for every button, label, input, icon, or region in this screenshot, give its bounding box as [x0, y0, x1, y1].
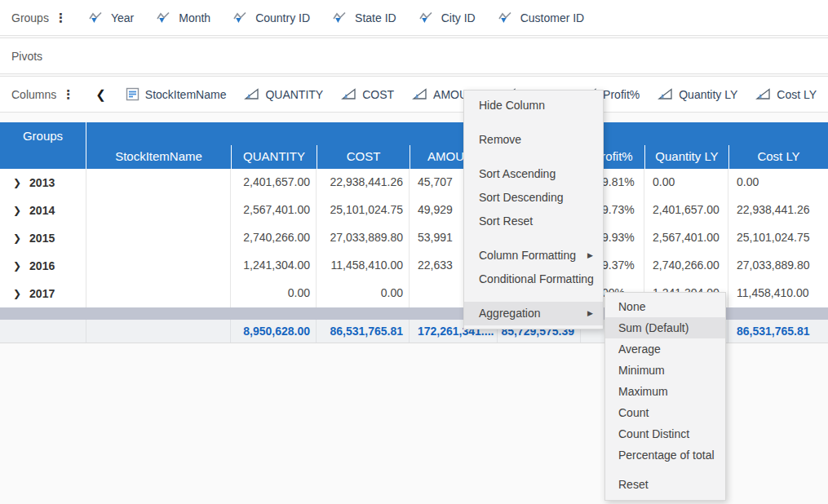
expand-row-icon[interactable]: ❯: [13, 288, 21, 299]
submenu-item-none[interactable]: None: [605, 296, 725, 317]
group-label[interactable]: 2014: [29, 204, 55, 217]
menu-group-gap: [464, 291, 603, 302]
expand-row-icon[interactable]: ❯: [13, 260, 21, 272]
cell-cost: 22,938,441.26: [317, 169, 410, 197]
submenu-item-minimum[interactable]: Minimum: [605, 360, 725, 381]
field-chip-month[interactable]: Month: [156, 11, 210, 24]
total-cost-ly: 86,531,765.81: [728, 320, 828, 343]
cell-quantity: 2,401,657.00: [231, 169, 317, 197]
header-cost[interactable]: COST: [317, 145, 410, 169]
columns-toolbar: Columns ⋮ ❮ StockItemName QUANTITY COST …: [0, 76, 828, 113]
group-field-icon: [88, 11, 105, 24]
menu-group-gap: [464, 233, 603, 244]
cell-cost: 27,033,889.80: [317, 224, 410, 252]
column-chip-stockitemname[interactable]: StockItemName: [126, 87, 227, 101]
total-cost: 86,531,765.81: [317, 320, 410, 343]
menu-item-conditional-formatting[interactable]: Conditional Formatting: [464, 267, 603, 291]
field-chip-city-id[interactable]: City ID: [418, 11, 476, 24]
cell-quantity: 2,567,401.00: [231, 197, 317, 224]
submenu-arrow-icon: ▶: [587, 302, 593, 325]
cell-cost-ly: 0.00: [728, 169, 828, 197]
column-chip-quantity[interactable]: QUANTITY: [244, 88, 323, 101]
text-field-icon: [126, 87, 139, 101]
cell-quantity-ly: 2,567,401.00: [644, 224, 728, 252]
cell-quantity-ly: 2,740,266.00: [644, 252, 728, 280]
cell-cost: 25,101,024.75: [317, 197, 410, 224]
menu-item-sort-ascending[interactable]: Sort Ascending: [464, 162, 603, 186]
menu-item-column-formatting[interactable]: Column Formatting▶: [464, 244, 603, 267]
field-chip-state-id[interactable]: State ID: [332, 11, 396, 24]
pivot-grid-app: Groups ⋮ Year Month Country ID State ID …: [0, 0, 828, 504]
submenu-item-count[interactable]: Count: [605, 402, 725, 423]
group-label[interactable]: 2017: [29, 287, 55, 300]
kebab-menu-icon[interactable]: ⋮: [62, 87, 74, 102]
header-quantity-ly[interactable]: Quantity LY: [644, 145, 728, 169]
kebab-menu-icon[interactable]: ⋮: [55, 11, 67, 25]
table-row: ❯2013 2,401,657.00 22,938,441.26 45,707 …: [0, 169, 828, 197]
column-header-row: StockItemName QUANTITY COST AMOUNT PROFI…: [86, 145, 828, 169]
menu-item-remove[interactable]: Remove: [464, 128, 603, 152]
submenu-group-gap: [605, 466, 725, 474]
group-label[interactable]: 2015: [29, 232, 55, 245]
cell-cost-ly: 22,938,441.26: [728, 197, 828, 224]
cell-stockitemname: [86, 169, 231, 197]
header-quantity[interactable]: QUANTITY: [231, 145, 317, 169]
cell-quantity: 2,740,266.00: [231, 224, 317, 252]
menu-group-gap: [464, 152, 603, 162]
cell-quantity: 0.00: [231, 280, 317, 307]
column-chip-quantity-ly[interactable]: Quantity LY: [658, 88, 737, 101]
cell-stockitemname: [86, 280, 231, 307]
submenu-item-count-distinct[interactable]: Count Distinct: [605, 423, 725, 444]
header-stockitemname[interactable]: StockItemName: [86, 145, 231, 169]
menu-group-gap: [464, 117, 603, 128]
table-row: ❯2014 2,567,401.00 25,101,024.75 49,929 …: [0, 197, 828, 224]
expand-row-icon[interactable]: ❯: [13, 232, 21, 244]
expand-row-icon[interactable]: ❯: [13, 205, 21, 216]
menu-item-sort-reset[interactable]: Sort Reset: [464, 210, 603, 233]
total-stockitemname: [86, 320, 231, 343]
cell-stockitemname: [86, 252, 231, 280]
field-chip-customer-id[interactable]: Customer ID: [498, 11, 585, 24]
columns-toolbar-label: Columns: [11, 88, 56, 101]
groups-header-cell[interactable]: Groups: [0, 122, 86, 169]
total-quantity: 8,950,628.00: [231, 320, 317, 343]
field-chip-year[interactable]: Year: [88, 11, 134, 24]
groups-toolbar-label: Groups: [11, 11, 49, 24]
number-field-icon: [658, 88, 673, 100]
group-field-icon: [156, 11, 173, 24]
group-label[interactable]: 2013: [29, 176, 55, 189]
number-field-icon: [755, 88, 771, 100]
table-body: ❯2013 2,401,657.00 22,938,441.26 45,707 …: [0, 169, 828, 307]
collapse-columns-icon[interactable]: ❮: [95, 87, 106, 102]
column-chip-cost[interactable]: COST: [341, 88, 394, 101]
group-field-icon: [418, 11, 436, 24]
header-cost-ly[interactable]: Cost LY: [728, 145, 828, 169]
field-chip-country-id[interactable]: Country ID: [232, 11, 310, 24]
cell-cost-ly: 25,101,024.75: [728, 224, 828, 252]
table-header: Groups StockItemName QUANTITY COST AMOUN…: [0, 122, 828, 169]
pivots-toolbar: Pivots: [0, 38, 828, 74]
pivots-toolbar-label: Pivots: [11, 50, 42, 63]
group-label[interactable]: 2016: [29, 259, 55, 272]
cell-cost: 0.00: [317, 280, 410, 307]
total-groups: [0, 320, 86, 343]
column-chip-cost-ly[interactable]: Cost LY: [755, 88, 817, 101]
expand-row-icon[interactable]: ❯: [13, 177, 21, 188]
submenu-item-maximum[interactable]: Maximum: [605, 381, 725, 402]
menu-item-hide-column[interactable]: Hide Column: [464, 94, 603, 117]
header-band-row: [86, 122, 828, 145]
menu-item-sort-descending[interactable]: Sort Descending: [464, 186, 603, 210]
submenu-item-average[interactable]: Average: [605, 338, 725, 360]
cell-quantity-ly: 0.00: [644, 169, 728, 197]
submenu-arrow-icon: ▶: [587, 244, 593, 267]
submenu-item-reset[interactable]: Reset: [605, 474, 725, 495]
cell-stockitemname: [86, 197, 231, 224]
group-field-icon: [332, 11, 349, 24]
groups-toolbar: Groups ⋮ Year Month Country ID State ID …: [0, 0, 828, 36]
column-context-menu: Hide Column Remove Sort Ascending Sort D…: [463, 90, 604, 329]
submenu-item-percentage-of-total[interactable]: Percentage of total: [605, 444, 725, 466]
cell-cost-ly: 11,458,410.00: [728, 280, 828, 307]
group-field-icon: [232, 11, 250, 24]
menu-item-aggregation[interactable]: Aggregation▶: [464, 302, 603, 325]
submenu-item-sum-default[interactable]: Sum (Default): [605, 317, 725, 338]
